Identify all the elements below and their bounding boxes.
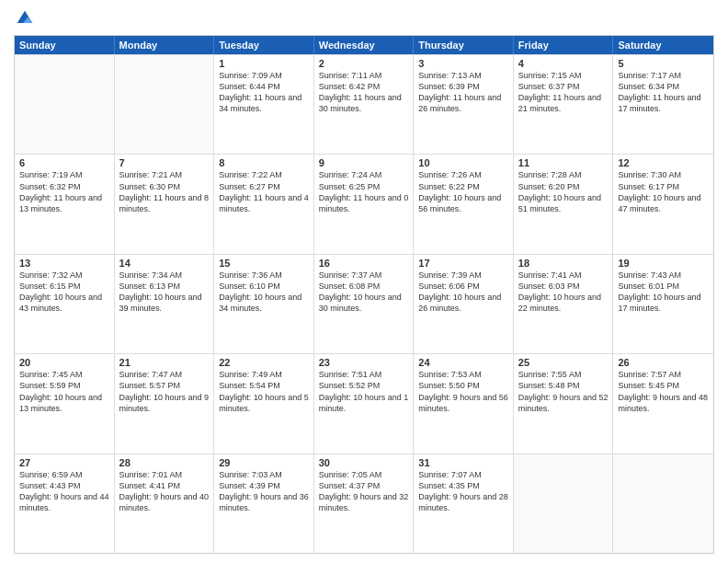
cal-cell: 20Sunrise: 7:45 AMSunset: 5:59 PMDayligh… (15, 354, 115, 453)
logo-icon (16, 9, 34, 28)
header-wednesday: Wednesday (314, 36, 415, 54)
cal-cell: 30Sunrise: 7:05 AMSunset: 4:37 PMDayligh… (314, 454, 415, 553)
cal-cell: 28Sunrise: 7:01 AMSunset: 4:41 PMDayligh… (115, 454, 215, 553)
day-number: 8 (219, 157, 309, 168)
cell-info: Sunrise: 7:03 AMSunset: 4:39 PMDaylight:… (219, 469, 309, 514)
cal-cell: 9Sunrise: 7:24 AMSunset: 6:25 PMDaylight… (314, 155, 415, 253)
day-number: 22 (219, 357, 309, 368)
cal-cell: 13Sunrise: 7:32 AMSunset: 6:15 PMDayligh… (15, 255, 115, 353)
day-number: 19 (618, 258, 709, 269)
week-row-1: 1Sunrise: 7:09 AMSunset: 6:44 PMDaylight… (15, 54, 713, 154)
cell-info: Sunrise: 7:37 AMSunset: 6:08 PMDaylight:… (319, 270, 409, 315)
cell-info: Sunrise: 7:49 AMSunset: 5:54 PMDaylight:… (219, 369, 309, 414)
cell-info: Sunrise: 7:45 AMSunset: 5:59 PMDaylight:… (19, 369, 109, 414)
header-sunday: Sunday (15, 36, 115, 54)
cell-info: Sunrise: 7:55 AMSunset: 5:48 PMDaylight:… (518, 369, 609, 414)
cal-cell: 12Sunrise: 7:30 AMSunset: 6:17 PMDayligh… (613, 155, 713, 253)
day-number: 5 (618, 58, 709, 69)
cell-info: Sunrise: 7:39 AMSunset: 6:06 PMDaylight:… (418, 270, 508, 315)
day-number: 13 (19, 258, 109, 269)
cal-cell: 26Sunrise: 7:57 AMSunset: 5:45 PMDayligh… (613, 354, 713, 453)
cell-info: Sunrise: 7:15 AMSunset: 6:37 PMDaylight:… (518, 70, 609, 115)
cell-info: Sunrise: 7:26 AMSunset: 6:22 PMDaylight:… (418, 169, 508, 214)
day-number: 24 (418, 357, 508, 368)
cell-info: Sunrise: 7:24 AMSunset: 6:25 PMDaylight:… (319, 169, 409, 214)
cell-info: Sunrise: 7:21 AMSunset: 6:30 PMDaylight:… (119, 169, 210, 214)
cal-cell: 10Sunrise: 7:26 AMSunset: 6:22 PMDayligh… (414, 155, 514, 253)
cal-cell: 8Sunrise: 7:22 AMSunset: 6:27 PMDaylight… (214, 155, 314, 253)
cal-cell: 1Sunrise: 7:09 AMSunset: 6:44 PMDaylight… (214, 55, 314, 154)
cell-info: Sunrise: 7:47 AMSunset: 5:57 PMDaylight:… (119, 369, 210, 414)
day-number: 11 (518, 157, 609, 168)
header-thursday: Thursday (414, 36, 514, 54)
cell-info: Sunrise: 7:53 AMSunset: 5:50 PMDaylight:… (418, 369, 508, 414)
day-number: 17 (418, 258, 508, 269)
cal-cell: 21Sunrise: 7:47 AMSunset: 5:57 PMDayligh… (115, 354, 215, 453)
day-number: 30 (319, 457, 409, 468)
logo-text (14, 9, 34, 28)
cal-cell: 15Sunrise: 7:36 AMSunset: 6:10 PMDayligh… (214, 255, 314, 353)
day-number: 23 (319, 357, 409, 368)
cell-info: Sunrise: 7:13 AMSunset: 6:39 PMDaylight:… (418, 70, 508, 115)
header-monday: Monday (115, 36, 215, 54)
calendar-body: 1Sunrise: 7:09 AMSunset: 6:44 PMDaylight… (15, 54, 713, 553)
header-saturday: Saturday (613, 36, 713, 54)
cell-info: Sunrise: 7:51 AMSunset: 5:52 PMDaylight:… (319, 369, 409, 414)
calendar-header: Sunday Monday Tuesday Wednesday Thursday… (15, 36, 713, 54)
week-row-5: 27Sunrise: 6:59 AMSunset: 4:43 PMDayligh… (15, 454, 713, 553)
day-number: 28 (119, 457, 210, 468)
cal-cell: 7Sunrise: 7:21 AMSunset: 6:30 PMDaylight… (115, 155, 215, 253)
day-number: 3 (418, 58, 508, 69)
calendar: Sunday Monday Tuesday Wednesday Thursday… (14, 35, 714, 554)
day-number: 15 (219, 258, 309, 269)
cell-info: Sunrise: 7:41 AMSunset: 6:03 PMDaylight:… (518, 270, 609, 315)
cal-cell (115, 55, 215, 154)
cal-cell: 11Sunrise: 7:28 AMSunset: 6:20 PMDayligh… (514, 155, 614, 253)
cal-cell: 29Sunrise: 7:03 AMSunset: 4:39 PMDayligh… (214, 454, 314, 553)
day-number: 4 (518, 58, 609, 69)
cell-info: Sunrise: 7:05 AMSunset: 4:37 PMDaylight:… (319, 469, 409, 514)
cal-cell (514, 454, 614, 553)
cell-info: Sunrise: 6:59 AMSunset: 4:43 PMDaylight:… (19, 469, 109, 514)
cal-cell: 23Sunrise: 7:51 AMSunset: 5:52 PMDayligh… (314, 354, 415, 453)
cal-cell: 2Sunrise: 7:11 AMSunset: 6:42 PMDaylight… (314, 55, 415, 154)
day-number: 16 (319, 258, 409, 269)
header-tuesday: Tuesday (214, 36, 314, 54)
day-number: 26 (618, 357, 709, 368)
cell-info: Sunrise: 7:22 AMSunset: 6:27 PMDaylight:… (219, 169, 309, 214)
cell-info: Sunrise: 7:36 AMSunset: 6:10 PMDaylight:… (219, 270, 309, 315)
day-number: 7 (119, 157, 210, 168)
cell-info: Sunrise: 7:09 AMSunset: 6:44 PMDaylight:… (219, 70, 309, 115)
day-number: 20 (19, 357, 109, 368)
day-number: 18 (518, 258, 609, 269)
cal-cell: 17Sunrise: 7:39 AMSunset: 6:06 PMDayligh… (414, 255, 514, 353)
cal-cell: 3Sunrise: 7:13 AMSunset: 6:39 PMDaylight… (414, 55, 514, 154)
week-row-2: 6Sunrise: 7:19 AMSunset: 6:32 PMDaylight… (15, 154, 713, 253)
cell-info: Sunrise: 7:30 AMSunset: 6:17 PMDaylight:… (618, 169, 709, 214)
page: Sunday Monday Tuesday Wednesday Thursday… (0, 0, 728, 563)
cal-cell: 31Sunrise: 7:07 AMSunset: 4:35 PMDayligh… (414, 454, 514, 553)
cal-cell: 19Sunrise: 7:43 AMSunset: 6:01 PMDayligh… (613, 255, 713, 353)
cal-cell (15, 55, 115, 154)
header-friday: Friday (514, 36, 614, 54)
day-number: 10 (418, 157, 508, 168)
cal-cell: 22Sunrise: 7:49 AMSunset: 5:54 PMDayligh… (214, 354, 314, 453)
cal-cell (613, 454, 713, 553)
day-number: 27 (19, 457, 109, 468)
cal-cell: 18Sunrise: 7:41 AMSunset: 6:03 PMDayligh… (514, 255, 614, 353)
day-number: 9 (319, 157, 409, 168)
day-number: 2 (319, 58, 409, 69)
cal-cell: 6Sunrise: 7:19 AMSunset: 6:32 PMDaylight… (15, 155, 115, 253)
cal-cell: 14Sunrise: 7:34 AMSunset: 6:13 PMDayligh… (115, 255, 215, 353)
day-number: 21 (119, 357, 210, 368)
cell-info: Sunrise: 7:11 AMSunset: 6:42 PMDaylight:… (319, 70, 409, 115)
cell-info: Sunrise: 7:28 AMSunset: 6:20 PMDaylight:… (518, 169, 609, 214)
week-row-3: 13Sunrise: 7:32 AMSunset: 6:15 PMDayligh… (15, 254, 713, 353)
cell-info: Sunrise: 7:19 AMSunset: 6:32 PMDaylight:… (19, 169, 109, 214)
day-number: 29 (219, 457, 309, 468)
cell-info: Sunrise: 7:34 AMSunset: 6:13 PMDaylight:… (119, 270, 210, 315)
cell-info: Sunrise: 7:57 AMSunset: 5:45 PMDaylight:… (618, 369, 709, 414)
cal-cell: 4Sunrise: 7:15 AMSunset: 6:37 PMDaylight… (514, 55, 614, 154)
day-number: 25 (518, 357, 609, 368)
cal-cell: 5Sunrise: 7:17 AMSunset: 6:34 PMDaylight… (613, 55, 713, 154)
